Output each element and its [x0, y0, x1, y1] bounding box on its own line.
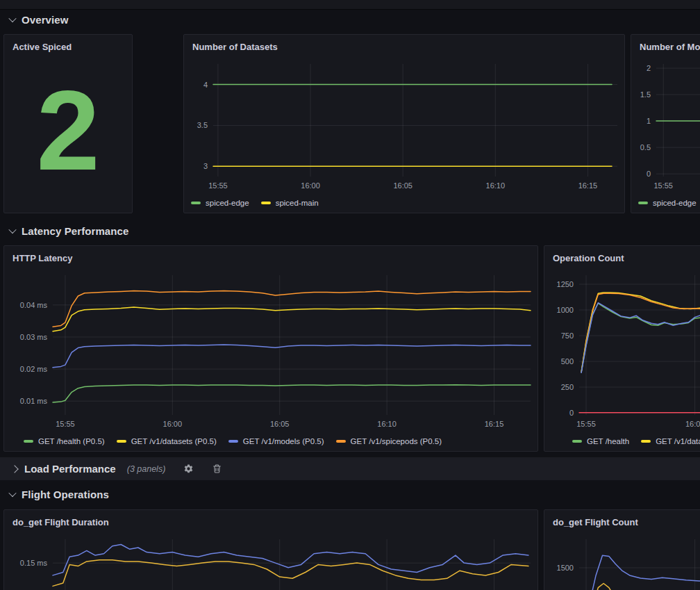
legend-label: spiced-edge: [206, 199, 249, 207]
chart-svg: 21.510.5015:5516:0016:0516:1016:15: [631, 58, 700, 195]
chart-legend: spiced-edge: [631, 196, 700, 210]
svg-text:16:15: 16:15: [485, 420, 504, 428]
chart-svg: 43.5315:5516:0016:0516:1016:15: [184, 58, 624, 195]
legend-item[interactable]: GET /v1/spicepods (P0.5): [336, 437, 442, 445]
chart-svg: 150015:5516:0016:0516:1016:15: [544, 534, 700, 590]
legend-swatch: [261, 202, 271, 204]
svg-text:15:55: 15:55: [653, 181, 673, 190]
legend-label: spiced-main: [276, 199, 319, 207]
svg-text:1.5: 1.5: [640, 90, 651, 99]
section-label: Flight Operations: [22, 489, 109, 500]
row-settings-button[interactable]: [182, 462, 195, 475]
svg-text:1000: 1000: [557, 306, 574, 314]
panel-title[interactable]: Number of Datasets: [184, 35, 624, 58]
stat-value: 2: [36, 74, 99, 188]
svg-text:15:55: 15:55: [576, 420, 596, 428]
chevron-down-icon: [8, 489, 16, 497]
svg-text:16:00: 16:00: [301, 181, 320, 190]
svg-text:16:05: 16:05: [393, 181, 412, 190]
svg-text:16:00: 16:00: [685, 420, 700, 428]
svg-text:0.5: 0.5: [640, 143, 651, 151]
panel-operation-count: Operation Count 12501000750500250015:551…: [544, 245, 700, 452]
svg-text:16:15: 16:15: [578, 181, 598, 190]
section-latency-performance[interactable]: Latency Performance: [10, 223, 128, 238]
legend-swatch: [24, 440, 33, 443]
chevron-down-icon: [8, 226, 16, 233]
legend-label: GET /health: [587, 437, 629, 445]
legend-swatch: [228, 440, 238, 443]
svg-text:3.5: 3.5: [197, 121, 208, 129]
chevron-down-icon: [8, 15, 16, 22]
legend-item[interactable]: GET /v1/datasets: [641, 437, 700, 445]
svg-text:16:10: 16:10: [377, 420, 397, 428]
panel-number-of-models: Number of Models 21.510.5015:5516:0016:0…: [631, 34, 700, 213]
svg-text:4: 4: [203, 81, 208, 89]
grafana-dashboard: Overview Active Spiced 2 Number of Datas…: [0, 0, 700, 590]
section-overview[interactable]: Overview: [10, 12, 69, 27]
legend-item[interactable]: GET /v1/models (P0.5): [228, 437, 324, 445]
chart-legend: spiced-edgespiced-main: [184, 196, 624, 210]
svg-text:2: 2: [647, 64, 651, 72]
panel-number-of-datasets: Number of Datasets 43.5315:5516:0016:051…: [183, 34, 625, 213]
svg-text:16:00: 16:00: [163, 420, 183, 428]
svg-text:15:55: 15:55: [56, 420, 75, 428]
legend-item[interactable]: GET /v1/datasets (P0.5): [117, 437, 217, 445]
legend-label: GET /v1/datasets (P0.5): [131, 437, 217, 445]
panel-http-latency: HTTP Latency 0.04 ms0.03 ms0.02 ms0.01 m…: [3, 245, 538, 452]
section-label: Load Performance: [24, 463, 116, 475]
legend-item[interactable]: GET /health: [572, 437, 629, 445]
svg-text:0.15 ms: 0.15 ms: [20, 559, 48, 567]
number-of-datasets-chart[interactable]: 43.5315:5516:0016:0516:1016:15: [184, 58, 624, 195]
row-delete-button[interactable]: [210, 462, 224, 475]
top-bar: [0, 0, 700, 10]
legend-swatch: [641, 440, 651, 443]
chart-legend: GET /health (P0.5)GET /v1/datasets (P0.5…: [4, 434, 538, 448]
panel-title[interactable]: do_get Flight Count: [544, 510, 700, 534]
chart-svg: 12501000750500250015:5516:0016:0516:1016…: [544, 270, 700, 433]
chevron-right-icon: [10, 465, 18, 473]
svg-text:1: 1: [647, 117, 651, 125]
svg-text:1250: 1250: [557, 280, 574, 288]
panel-active-spiced: Active Spiced 2: [3, 34, 133, 213]
section-load-performance[interactable]: Load Performance (3 panels): [0, 457, 700, 480]
legend-label: GET /v1/datasets: [656, 437, 700, 445]
panel-title[interactable]: Number of Models: [631, 35, 700, 58]
svg-text:3: 3: [203, 162, 208, 170]
svg-text:0.04 ms: 0.04 ms: [20, 301, 48, 309]
svg-text:0: 0: [569, 409, 574, 417]
number-of-models-chart[interactable]: 21.510.5015:5516:0016:0516:1016:15: [631, 58, 700, 195]
svg-text:0: 0: [647, 170, 651, 178]
svg-text:250: 250: [561, 383, 574, 391]
legend-item[interactable]: spiced-edge: [191, 199, 249, 207]
legend-item[interactable]: GET /health (P0.5): [24, 437, 105, 445]
operation-count-chart[interactable]: 12501000750500250015:5516:0016:0516:1016…: [544, 270, 700, 433]
legend-label: spiced-edge: [653, 199, 697, 207]
svg-text:0.02 ms: 0.02 ms: [20, 365, 48, 373]
svg-text:0.01 ms: 0.01 ms: [20, 397, 48, 405]
svg-text:500: 500: [561, 357, 574, 366]
legend-label: GET /health (P0.5): [38, 437, 105, 445]
section-flight-operations[interactable]: Flight Operations: [10, 486, 109, 502]
legend-swatch: [191, 202, 201, 204]
svg-text:1500: 1500: [557, 564, 574, 572]
legend-item[interactable]: spiced-edge: [638, 199, 697, 207]
panel-title[interactable]: HTTP Latency: [4, 246, 538, 270]
svg-text:0.03 ms: 0.03 ms: [20, 333, 48, 341]
svg-text:750: 750: [561, 331, 574, 340]
svg-text:15:55: 15:55: [208, 181, 228, 190]
chart-legend: GET /healthGET /v1/datasets: [544, 434, 700, 448]
panel-title[interactable]: do_get Flight Duration: [4, 510, 538, 534]
panels-count-note: (3 panels): [127, 464, 166, 474]
legend-label: GET /v1/models (P0.5): [243, 437, 324, 445]
legend-swatch: [572, 440, 582, 443]
http-latency-chart[interactable]: 0.04 ms0.03 ms0.02 ms0.01 ms15:5516:0016…: [4, 270, 538, 433]
legend-swatch: [117, 440, 126, 443]
legend-swatch: [336, 440, 346, 443]
do-get-flight-duration-chart[interactable]: 0.15 ms15:5516:0016:0516:1016:15: [4, 534, 538, 590]
panel-title[interactable]: Operation Count: [544, 246, 700, 270]
legend-item[interactable]: spiced-main: [261, 199, 319, 207]
section-label: Latency Performance: [22, 225, 128, 237]
trash-icon: [212, 464, 222, 474]
gear-icon: [183, 464, 194, 474]
do-get-flight-count-chart[interactable]: 150015:5516:0016:0516:1016:15: [544, 534, 700, 590]
